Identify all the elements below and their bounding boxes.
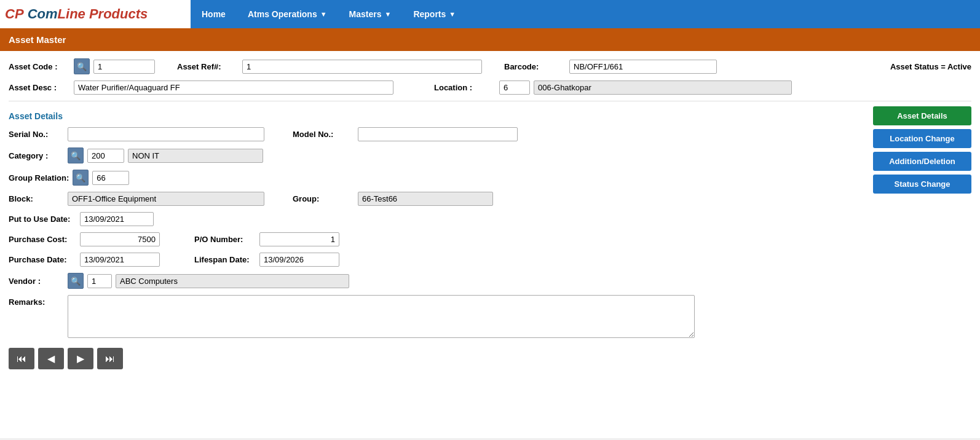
put-to-use-input[interactable] (80, 212, 154, 226)
row-put-to-use: Put to Use Date: (9, 212, 867, 226)
content-with-side: Asset Details Serial No.: Model No.: Cat… (9, 106, 971, 369)
asset-ref-label: Asset Ref#: (177, 62, 239, 71)
asset-details-section-title: Asset Details (9, 111, 63, 121)
nav-next-button[interactable]: ▶ (68, 348, 93, 369)
nav-last-button[interactable]: ⏭ (97, 348, 123, 369)
model-no-label: Model No.: (293, 130, 354, 139)
model-no-input[interactable] (358, 127, 518, 141)
barcode-label: Barcode: (504, 62, 566, 71)
main-content: Asset Code : 🔍 Asset Ref#: Barcode: Asse… (0, 51, 980, 438)
reports-arrow-icon: ▼ (449, 10, 456, 18)
content-side: Asset Details Location Change Addition/D… (873, 106, 971, 369)
atms-arrow-icon: ▼ (320, 10, 327, 18)
put-to-use-label: Put to Use Date: (9, 214, 76, 224)
group-input[interactable] (358, 192, 493, 206)
row-category: Category : 🔍 (9, 147, 867, 163)
row-vendor: Vendor : 🔍 (9, 273, 867, 289)
vendor-search-button[interactable]: 🔍 (68, 273, 84, 289)
nav-prev-button[interactable]: ◀ (38, 348, 64, 369)
content-main: Asset Details Serial No.: Model No.: Cat… (9, 106, 867, 369)
nav-first-button[interactable]: ⏮ (9, 348, 34, 369)
purchase-cost-input[interactable] (80, 232, 160, 246)
purchase-cost-label: Purchase Cost: (9, 235, 76, 244)
group-label: Group: (293, 194, 354, 203)
page-title: Asset Master (9, 34, 66, 45)
remarks-label: Remarks: (9, 295, 64, 307)
purchase-date-input[interactable] (80, 253, 160, 267)
po-number-input[interactable] (259, 232, 339, 246)
nav-items: Home Atms Operations ▼ Masters ▼ Reports… (191, 0, 467, 28)
location-code-input[interactable] (499, 81, 530, 95)
asset-ref-input[interactable] (242, 60, 482, 74)
status-change-button[interactable]: Status Change (873, 175, 971, 194)
group-relation-code-input[interactable] (92, 171, 129, 185)
nav-buttons: ⏮ ◀ ▶ ⏭ (9, 348, 867, 369)
logo-area: CP ComLine Products (0, 0, 191, 28)
category-name-input (128, 149, 263, 163)
serial-no-label: Serial No.: (9, 130, 64, 139)
nav-atms-operations[interactable]: Atms Operations ▼ (237, 0, 338, 28)
row-asset-code: Asset Code : 🔍 Asset Ref#: Barcode: Asse… (9, 58, 971, 74)
row-block-group: Block: Group: (9, 192, 867, 206)
serial-no-input[interactable] (68, 127, 264, 141)
section-header-row: Asset Details (9, 111, 867, 121)
vendor-label: Vendor : (9, 277, 64, 286)
row-remarks: Remarks: (9, 295, 867, 338)
location-name-input (534, 81, 792, 95)
masters-arrow-icon: ▼ (385, 10, 392, 18)
category-code-input[interactable] (87, 149, 124, 163)
purchase-date-label: Purchase Date: (9, 255, 76, 264)
group-relation-label: Group Relation: (9, 173, 69, 183)
row-group-relation: Group Relation: 🔍 (9, 170, 867, 186)
row-purchase-cost: Purchase Cost: P/O Number: (9, 232, 867, 246)
asset-details-button[interactable]: Asset Details (873, 106, 971, 125)
navbar: CP ComLine Products Home Atms Operations… (0, 0, 980, 28)
page-title-bar: Asset Master (0, 28, 980, 51)
vendor-name-input (116, 274, 349, 288)
lifespan-input[interactable] (259, 253, 339, 267)
group-relation-search-button[interactable]: 🔍 (73, 170, 89, 186)
nav-home[interactable]: Home (191, 0, 237, 28)
barcode-input[interactable] (569, 60, 717, 74)
asset-desc-input[interactable] (74, 81, 393, 95)
logo-com: Com (28, 6, 58, 22)
divider (9, 101, 971, 101)
logo-line: Line (58, 6, 85, 22)
category-label: Category : (9, 151, 64, 160)
location-label: Location : (434, 83, 496, 92)
nav-reports[interactable]: Reports ▼ (402, 0, 467, 28)
asset-code-input[interactable] (93, 60, 155, 74)
lifespan-label: Lifespan Date: (194, 255, 256, 264)
block-label: Block: (9, 194, 64, 203)
asset-desc-label: Asset Desc : (9, 83, 70, 92)
remarks-textarea[interactable] (68, 295, 695, 338)
asset-code-label: Asset Code : (9, 62, 70, 71)
asset-status: Asset Status = Active (878, 62, 971, 71)
vendor-code-input[interactable] (87, 274, 112, 288)
logo-products: Products (89, 6, 148, 22)
addition-deletion-button[interactable]: Addition/Deletion (873, 152, 971, 171)
row-serial-model: Serial No.: Model No.: (9, 127, 867, 141)
asset-code-search-button[interactable]: 🔍 (74, 58, 90, 74)
category-search-button[interactable]: 🔍 (68, 147, 84, 163)
location-change-button[interactable]: Location Change (873, 129, 971, 148)
row-purchase-date: Purchase Date: Lifespan Date: (9, 253, 867, 267)
logo-cp: CP (5, 6, 24, 22)
block-input[interactable] (68, 192, 264, 206)
po-number-label: P/O Number: (194, 235, 256, 244)
nav-masters[interactable]: Masters ▼ (338, 0, 403, 28)
row-asset-desc: Asset Desc : Location : (9, 81, 971, 95)
